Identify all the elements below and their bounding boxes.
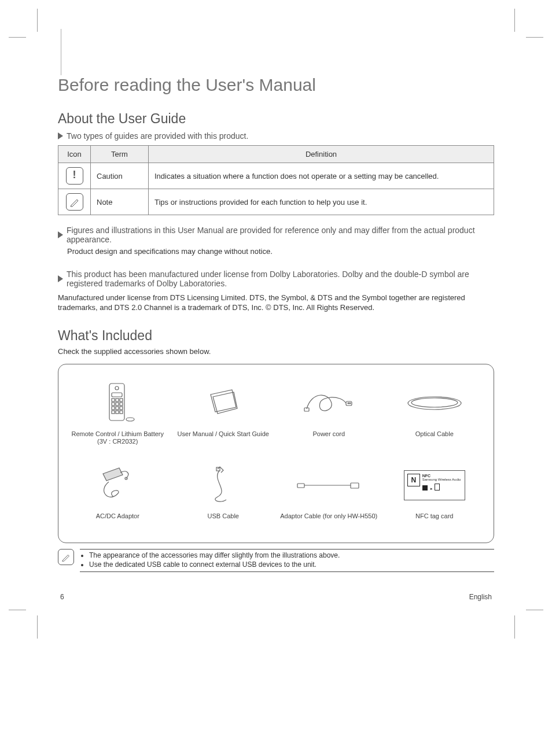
optical-cable-label: Optical Cable [415,430,454,455]
usb-cable-label: USB Cable [208,512,239,537]
page-title: Before reading the User's Manual [58,75,494,95]
triangle-icon [58,231,63,238]
footnote-2: Use the dedicated USB cable to connect e… [89,560,494,570]
svg-rect-2 [112,393,122,397]
dolby-row: This product has been manufactured under… [58,270,494,288]
svg-rect-4 [116,399,119,401]
optical-cable-icon [403,389,466,418]
adapter-label: AC/DC Adaptor [96,512,139,537]
optical-cable-item: Optical Cable [386,378,484,455]
caution-icon [66,167,83,185]
caution-term: Caution [91,163,149,189]
svg-point-15 [126,418,134,421]
guide-types-row: Two types of guides are provided with th… [58,131,494,141]
guide-types-text: Two types of guides are provided with th… [67,131,248,141]
page-footer: 6 English [58,593,494,601]
svg-rect-8 [120,403,123,405]
svg-point-18 [348,403,349,404]
adapter-cable-label: Adaptor Cable (for only HW-H550) [280,512,377,537]
accessories-box: Remote Control / Lithium Battery (3V : C… [58,364,494,543]
page-number: 6 [60,593,64,601]
usb-cable-icon [200,462,246,508]
svg-rect-3 [112,399,115,401]
nfc-tag-item: N NFC Samsung Wireless Audio ► NFC tag c… [386,460,484,537]
adapter-cable-icon [294,474,363,497]
svg-rect-10 [116,407,119,410]
figures-note-row: Figures and illustrations in this User M… [58,226,494,244]
dts-text: Manufactured under license from DTS Lice… [58,293,494,313]
nfc-label: NFC tag card [415,512,453,537]
svg-point-1 [115,386,119,390]
note-icon [66,193,83,211]
svg-rect-6 [112,403,115,405]
svg-point-19 [349,403,351,404]
remote-label: Remote Control / Lithium Battery (3V : C… [69,430,167,455]
remote-icon [94,380,141,426]
svg-point-21 [411,398,458,407]
manual-label: User Manual / Quick Start Guide [178,430,269,455]
note-term: Note [91,189,149,215]
svg-rect-12 [112,411,115,414]
dolby-text: This product has been manufactured under… [67,270,494,288]
svg-rect-0 [109,383,124,421]
figures-note-text: Figures and illustrations in this User M… [67,226,494,244]
svg-rect-24 [297,484,304,488]
footnotes: The appearance of the accessories may di… [80,549,494,573]
svg-point-20 [408,397,461,410]
svg-rect-9 [112,407,115,410]
note-icon [58,549,74,565]
svg-rect-7 [116,403,119,405]
whats-included-intro: Check the supplied accessories shown bel… [58,347,494,356]
triangle-icon [58,132,63,139]
caution-definition: Indicates a situation where a function d… [149,163,494,189]
table-row: Caution Indicates a situation where a fu… [58,163,494,189]
th-definition: Definition [149,146,494,163]
power-cord-item: Power cord [280,378,378,455]
nfc-card-icon: N NFC Samsung Wireless Audio ► [404,470,465,500]
whats-included-heading: What's Included [58,328,494,344]
svg-rect-11 [120,407,123,410]
adapter-icon [91,462,143,508]
svg-rect-23 [216,467,220,471]
adapter-cable-item: Adaptor Cable (for only HW-H550) [280,460,378,537]
svg-rect-26 [351,483,359,488]
table-row: Note Tips or instructions provided for e… [58,189,494,215]
svg-rect-13 [116,411,119,414]
th-icon: Icon [58,146,91,163]
page-language: English [469,593,492,601]
remote-control-item: Remote Control / Lithium Battery (3V : C… [69,378,167,455]
svg-rect-5 [120,399,123,401]
ac-dc-adapter-item: AC/DC Adaptor [69,460,167,537]
design-change-text: Product design and specifications may ch… [67,246,494,257]
about-heading: About the User Guide [58,111,494,127]
note-definition: Tips or instructions provided for each f… [149,189,494,215]
icon-definition-table: Icon Term Definition Caution Indicates a… [58,145,494,215]
footnote-1: The appearance of the accessories may di… [89,551,494,560]
th-term: Term [91,146,149,163]
svg-rect-14 [120,411,123,414]
usb-cable-item: USB Cable [175,460,273,537]
manual-icon [200,383,246,423]
user-manual-item: User Manual / Quick Start Guide [175,378,273,455]
power-cord-label: Power cord [312,430,345,455]
power-cord-icon [300,386,358,421]
triangle-icon [58,275,63,282]
